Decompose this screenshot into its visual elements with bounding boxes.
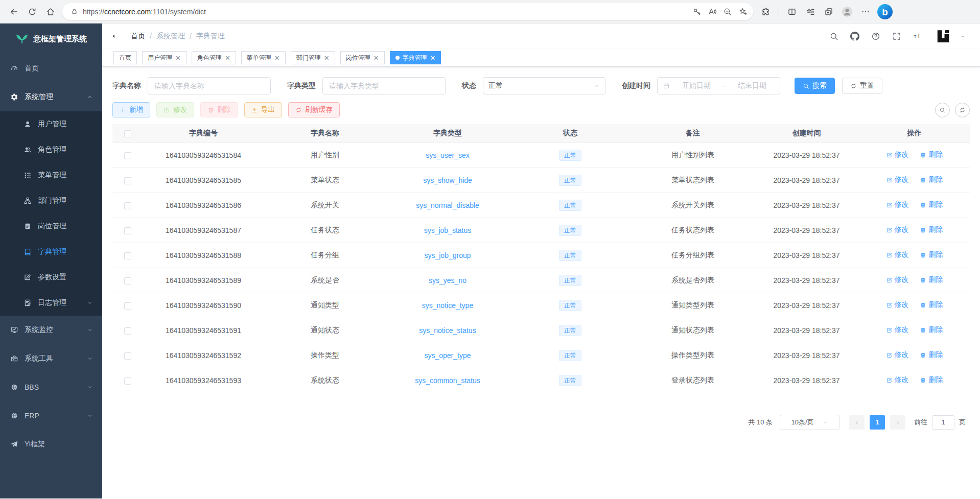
dict-type-link[interactable]: sys_show_hide — [423, 176, 472, 184]
dict-type-link[interactable]: sys_user_sex — [426, 151, 470, 159]
row-checkbox[interactable] — [124, 152, 131, 159]
sidebar-item-bbs[interactable]: BBS — [0, 373, 102, 401]
row-delete-button[interactable]: 删除 — [920, 325, 943, 335]
status-select[interactable]: 正常 — [483, 77, 605, 94]
row-edit-button[interactable]: 修改 — [886, 200, 909, 209]
user-avatar[interactable] — [936, 29, 951, 44]
sidebar-toggle-icon[interactable] — [111, 31, 123, 42]
sidebar-item-role-mgmt[interactable]: 角色管理 — [0, 137, 102, 162]
add-button[interactable]: 新增 — [112, 102, 150, 117]
sidebar-item-param-settings[interactable]: 参数设置 — [0, 265, 102, 290]
dict-type-link[interactable]: sys_common_status — [415, 376, 480, 385]
modify-button[interactable]: 修改 — [156, 102, 194, 117]
dict-type-link[interactable]: sys_notice_status — [419, 326, 476, 335]
reset-button[interactable]: 重置 — [842, 78, 882, 94]
row-checkbox[interactable] — [124, 202, 131, 209]
collections-icon[interactable] — [820, 3, 837, 20]
row-delete-button[interactable]: 删除 — [920, 375, 943, 385]
row-delete-button[interactable]: 删除 — [920, 275, 943, 284]
sidebar-item-post-mgmt[interactable]: 岗位管理 — [0, 213, 102, 239]
sidebar-item-log-mgmt[interactable]: 日志管理 — [0, 290, 102, 316]
extensions-icon[interactable] — [757, 3, 775, 20]
row-delete-button[interactable]: 删除 — [920, 200, 943, 209]
reload-icon[interactable] — [24, 3, 41, 20]
split-screen-icon[interactable] — [783, 3, 801, 20]
dict-type-link[interactable]: sys_yes_no — [429, 276, 466, 284]
row-delete-button[interactable]: 删除 — [920, 300, 943, 310]
row-delete-button[interactable]: 删除 — [920, 250, 943, 259]
export-button[interactable]: 导出 — [244, 102, 282, 117]
select-all-checkbox[interactable] — [124, 130, 131, 137]
dict-type-link[interactable]: sys_normal_disable — [416, 201, 479, 209]
row-delete-button[interactable]: 删除 — [920, 175, 943, 184]
text-size-icon[interactable] — [912, 30, 924, 42]
tab-home[interactable]: 首页 — [113, 51, 137, 64]
zoom-out-icon[interactable] — [720, 5, 735, 19]
row-edit-button[interactable]: 修改 — [886, 325, 909, 335]
back-icon[interactable] — [5, 3, 22, 20]
question-icon[interactable] — [870, 30, 882, 42]
row-edit-button[interactable]: 修改 — [886, 225, 909, 234]
page-size-select[interactable]: 10条/页 — [780, 415, 839, 430]
sidebar-item-system-mgmt[interactable]: 系统管理 — [0, 83, 102, 111]
dict-type-link[interactable]: sys_notice_type — [422, 301, 473, 310]
tab-dict-mgmt[interactable]: 字典管理 ✕ — [390, 51, 441, 64]
current-page-button[interactable]: 1 — [870, 415, 885, 430]
sidebar-item-user-mgmt[interactable]: 用户管理 — [0, 111, 102, 137]
row-checkbox[interactable] — [124, 227, 131, 234]
row-checkbox[interactable] — [124, 302, 131, 310]
row-checkbox[interactable] — [124, 277, 131, 284]
row-edit-button[interactable]: 修改 — [886, 375, 909, 385]
delete-button[interactable]: 删除 — [200, 102, 238, 117]
tab-menu-mgmt[interactable]: 菜单管理 ✕ — [241, 51, 286, 64]
date-range-picker[interactable]: 开始日期 - 结束日期 — [657, 77, 780, 94]
tab-post-mgmt[interactable]: 岗位管理 ✕ — [340, 51, 385, 64]
address-bar[interactable]: https://ccnetcore.com:1101/system/dict — [62, 3, 753, 20]
row-checkbox[interactable] — [124, 327, 131, 335]
row-delete-button[interactable]: 删除 — [920, 350, 943, 360]
sidebar-item-yi-framework[interactable]: Yi框架 — [0, 430, 102, 459]
prev-page-button[interactable]: ‹ — [849, 415, 865, 430]
row-edit-button[interactable]: 修改 — [886, 275, 909, 284]
row-edit-button[interactable]: 修改 — [886, 300, 909, 310]
url-text[interactable]: https://ccnetcore.com:1101/system/dict — [83, 8, 690, 16]
show-search-toggle-button[interactable] — [935, 103, 950, 117]
goto-page-input[interactable] — [932, 415, 954, 430]
favorites-icon[interactable] — [802, 3, 819, 20]
row-edit-button[interactable]: 修改 — [886, 150, 909, 159]
tab-close-icon[interactable]: ✕ — [225, 55, 230, 61]
sidebar-item-system-tools[interactable]: 系统工具 — [0, 344, 102, 373]
tab-close-icon[interactable]: ✕ — [324, 55, 330, 61]
row-checkbox[interactable] — [124, 377, 131, 385]
read-aloud-icon[interactable] — [705, 5, 719, 19]
tab-close-icon[interactable]: ✕ — [274, 55, 280, 61]
profile-icon[interactable] — [838, 3, 856, 20]
sidebar-item-erp[interactable]: ERP — [0, 401, 102, 430]
dict-type-input[interactable] — [322, 77, 446, 94]
lock-icon[interactable] — [68, 6, 80, 17]
tab-dept-mgmt[interactable]: 部门管理 ✕ — [291, 51, 335, 64]
next-page-button[interactable]: › — [890, 415, 905, 430]
row-delete-button[interactable]: 删除 — [920, 225, 943, 234]
bing-icon[interactable] — [877, 4, 893, 19]
row-edit-button[interactable]: 修改 — [886, 350, 909, 360]
key-icon[interactable] — [690, 5, 704, 19]
dict-type-link[interactable]: sys_oper_type — [424, 351, 471, 360]
refresh-table-button[interactable] — [955, 103, 970, 117]
sidebar-item-system-monitor[interactable]: 系统监控 — [0, 316, 102, 344]
row-edit-button[interactable]: 修改 — [886, 175, 909, 184]
breadcrumb-system[interactable]: 系统管理 — [156, 32, 185, 41]
refresh-cache-button[interactable]: 刷新缓存 — [288, 102, 340, 117]
row-checkbox[interactable] — [124, 252, 131, 259]
row-checkbox[interactable] — [124, 352, 131, 360]
github-icon[interactable] — [849, 30, 861, 42]
dict-type-link[interactable]: sys_job_group — [424, 251, 471, 259]
tab-user-mgmt[interactable]: 用户管理 ✕ — [142, 51, 186, 64]
tab-role-mgmt[interactable]: 角色管理 ✕ — [192, 51, 236, 64]
sidebar-item-dept-mgmt[interactable]: 部门管理 — [0, 188, 102, 213]
app-logo[interactable]: 意框架管理系统 — [0, 23, 102, 54]
breadcrumb-home[interactable]: 首页 — [131, 32, 145, 41]
more-icon[interactable] — [857, 3, 874, 20]
sidebar-item-home[interactable]: 首页 — [0, 54, 102, 83]
favorite-add-icon[interactable] — [736, 5, 750, 19]
